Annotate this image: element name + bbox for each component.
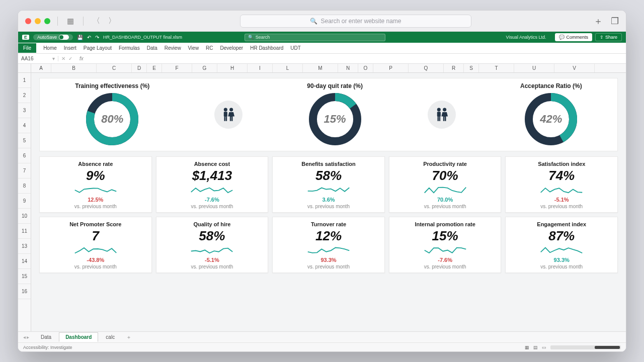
forward-icon[interactable]: 〉 — [106, 15, 118, 27]
row-header[interactable]: 14 — [18, 254, 31, 269]
address-bar[interactable]: 🔍 Search or enter website name — [240, 15, 471, 28]
kpi-title: Internal promotion rate — [415, 221, 475, 227]
row-header[interactable]: 4 — [18, 118, 31, 133]
donut-value: 15% — [307, 92, 363, 147]
horizontal-scrollbar[interactable] — [550, 345, 621, 349]
column-header[interactable]: O — [358, 64, 373, 72]
people-icon — [214, 101, 243, 129]
name-box[interactable]: AA16▾ — [18, 56, 58, 61]
undo-icon[interactable]: ↶ — [87, 35, 91, 40]
row-header[interactable]: 10 — [18, 209, 31, 224]
ribbon-tab-udt[interactable]: UDT — [290, 45, 301, 51]
excel-app: E AutoSave 💾 ↶ ↷ HR_DASHBOARD_OUTPUT fin… — [18, 32, 626, 351]
column-header[interactable]: T — [479, 64, 514, 72]
view-break-icon[interactable]: ▭ — [542, 345, 546, 350]
ribbon-tab-page-layout[interactable]: Page Layout — [84, 45, 112, 51]
row-header[interactable]: 5 — [18, 133, 31, 148]
comments-button[interactable]: 💬 Comments — [555, 33, 592, 41]
column-header[interactable]: H — [217, 64, 248, 72]
sidebar-toggle-icon[interactable]: ▦ — [65, 16, 76, 27]
column-header[interactable]: L — [273, 64, 303, 72]
minimize-icon[interactable] — [35, 18, 41, 24]
kpi-card: Benefits satisfaction 58% 3.6% vs. previ… — [272, 156, 385, 213]
dashboard-canvas: Training effectiveness (%) 80% 90-day qu… — [31, 73, 626, 331]
view-normal-icon[interactable]: ▦ — [525, 345, 529, 350]
kpi-value: 58% — [315, 168, 342, 184]
excel-titlebar: E AutoSave 💾 ↶ ↷ HR_DASHBOARD_OUTPUT fin… — [18, 32, 626, 43]
donut-row: Training effectiveness (%) 80% 90-day qu… — [39, 78, 618, 151]
select-all-corner[interactable] — [18, 64, 31, 72]
row-header[interactable]: 16 — [18, 284, 31, 299]
column-header[interactable]: V — [554, 64, 595, 72]
ribbon-tab-insert[interactable]: Insert — [64, 45, 76, 51]
fx-label[interactable]: fx — [75, 56, 88, 61]
excel-search[interactable]: 🔍 Search — [245, 34, 385, 41]
column-header[interactable]: Q — [409, 64, 444, 72]
svg-point-9 — [437, 108, 440, 112]
file-name[interactable]: HR_DASHBOARD_OUTPUT final.xlsm — [103, 35, 182, 40]
ribbon-tab-file[interactable]: File — [18, 43, 36, 53]
ribbon-tab-home[interactable]: Home — [43, 45, 57, 51]
column-header[interactable]: R — [444, 64, 464, 72]
row-header[interactable]: 15 — [18, 269, 31, 284]
row-header[interactable]: 6 — [18, 148, 31, 163]
new-tab-icon[interactable]: ＋ — [594, 15, 603, 27]
kpi-card: Absence rate 9% 12.5% vs. previous month — [39, 156, 152, 213]
sheet-tab-dashboard[interactable]: Dashboard — [59, 332, 98, 342]
formula-bar-row: AA16▾ ✕ ✓ fx — [18, 54, 626, 64]
column-header[interactable]: F — [162, 64, 192, 72]
ribbon-tab-hr-dashboard[interactable]: HR Dashboard — [250, 45, 283, 51]
column-header[interactable]: M — [303, 64, 338, 72]
accessibility-status[interactable]: Accessibility: Investigate — [23, 345, 72, 350]
donut-gauge: 42% — [523, 92, 579, 147]
search-icon: 🔍 — [248, 35, 254, 40]
ribbon-tab-view[interactable]: View — [188, 45, 199, 51]
column-header[interactable]: G — [192, 64, 217, 72]
back-icon[interactable]: 〈 — [91, 15, 102, 27]
tabs-overview-icon[interactable]: ❐ — [611, 16, 619, 27]
sheet-nav-first-icon[interactable]: ◂ — [23, 334, 26, 340]
sheet-nav-prev-icon[interactable]: ▸ — [27, 334, 29, 340]
autosave-toggle[interactable]: AutoSave — [33, 34, 73, 40]
new-sheet-button[interactable]: ＋ — [122, 332, 135, 342]
save-icon[interactable]: 💾 — [77, 35, 83, 40]
column-header[interactable]: N — [338, 64, 358, 72]
row-header[interactable]: 8 — [18, 178, 31, 194]
column-header[interactable]: D — [132, 64, 147, 72]
close-icon[interactable] — [25, 18, 31, 24]
row-header[interactable]: 9 — [18, 194, 31, 209]
ribbon-tabs: FileHomeInsertPage LayoutFormulasDataRev… — [18, 43, 626, 54]
ribbon-tab-rc[interactable]: RC — [206, 45, 213, 51]
share-button[interactable]: ⇪ Share — [595, 33, 622, 41]
ribbon-tab-developer[interactable]: Developer — [220, 45, 244, 51]
column-header[interactable]: P — [373, 64, 409, 72]
row-header[interactable]: 11 — [18, 224, 31, 239]
column-header[interactable]: U — [514, 64, 554, 72]
ribbon-tab-review[interactable]: Review — [165, 45, 181, 51]
row-header[interactable]: 3 — [18, 103, 31, 118]
row-header[interactable]: 2 — [18, 88, 31, 103]
zoom-icon[interactable] — [44, 18, 50, 24]
cancel-icon[interactable]: ✕ — [61, 56, 65, 61]
column-header[interactable]: B — [51, 64, 97, 72]
ribbon-tab-data[interactable]: Data — [147, 45, 157, 51]
svg-rect-12 — [439, 117, 440, 121]
ribbon-tab-formulas[interactable]: Formulas — [119, 45, 140, 51]
enter-icon[interactable]: ✓ — [68, 56, 72, 61]
column-header[interactable]: C — [97, 64, 132, 72]
redo-icon[interactable]: ↷ — [95, 35, 99, 40]
row-header[interactable]: 1 — [18, 73, 31, 88]
row-header[interactable]: 7 — [18, 163, 31, 178]
sheet-tab-data[interactable]: Data — [34, 332, 58, 342]
svg-point-2 — [224, 108, 227, 112]
row-header[interactable]: 13 — [18, 239, 31, 254]
column-header[interactable]: E — [147, 64, 162, 72]
kpi-value: 74% — [548, 168, 575, 184]
column-header[interactable]: I — [248, 64, 273, 72]
column-header[interactable]: A — [31, 64, 51, 72]
sheet-tab-calc[interactable]: calc — [99, 332, 121, 342]
kpi-comparison: vs. previous month — [74, 204, 117, 209]
view-page-icon[interactable]: ▤ — [533, 345, 538, 350]
account-name[interactable]: Visual Analytics Ltd. — [506, 35, 546, 40]
column-header[interactable]: S — [464, 64, 479, 72]
